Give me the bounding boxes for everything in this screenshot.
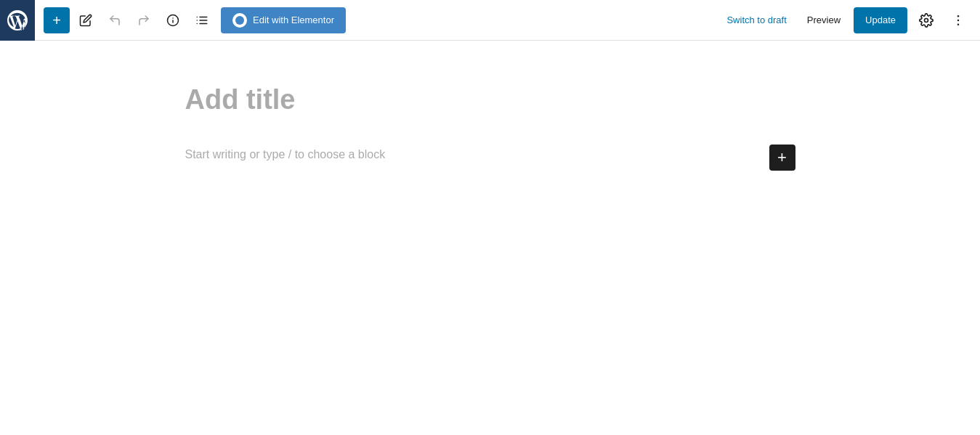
title-area[interactable]: Add title (185, 84, 795, 115)
elementor-icon (232, 13, 247, 28)
svg-point-11 (957, 19, 960, 21)
title-input[interactable]: Add title (185, 84, 795, 115)
more-vertical-icon (951, 13, 965, 28)
add-block-toolbar-button[interactable]: + (44, 7, 70, 33)
gear-icon (919, 13, 934, 28)
svg-point-9 (925, 18, 928, 22)
switch-to-draft-button[interactable]: Switch to draft (719, 10, 793, 30)
more-options-button[interactable] (945, 7, 971, 33)
edit-button[interactable] (73, 7, 99, 33)
pencil-icon (79, 14, 92, 27)
edit-with-elementor-button[interactable]: Edit with Elementor (221, 7, 346, 33)
undo-icon (108, 14, 121, 27)
preview-button[interactable]: Preview (800, 10, 848, 30)
editor-inner: Add title Start writing or type / to cho… (185, 84, 795, 171)
list-view-button[interactable] (189, 7, 215, 33)
add-block-icon: + (777, 150, 787, 166)
editor-content: Add title Start writing or type / to cho… (0, 41, 980, 435)
settings-button[interactable] (913, 7, 939, 33)
info-icon (166, 14, 179, 27)
toolbar: + (0, 0, 980, 41)
redo-icon (137, 14, 150, 27)
info-button[interactable] (160, 7, 186, 33)
add-icon: + (52, 13, 61, 28)
wordpress-logo-icon (7, 10, 28, 31)
content-area: Start writing or type / to choose a bloc… (185, 145, 795, 171)
elementor-button-label: Edit with Elementor (253, 15, 334, 25)
toolbar-right-actions: Switch to draft Preview Update (719, 7, 971, 33)
svg-point-12 (957, 23, 960, 25)
update-button[interactable]: Update (854, 7, 907, 33)
add-block-button[interactable]: + (769, 145, 795, 171)
undo-button[interactable] (102, 7, 128, 33)
wp-logo[interactable] (0, 0, 35, 41)
svg-point-10 (957, 15, 960, 17)
content-placeholder[interactable]: Start writing or type / to choose a bloc… (185, 145, 758, 166)
list-view-icon (195, 14, 208, 27)
redo-button[interactable] (131, 7, 157, 33)
